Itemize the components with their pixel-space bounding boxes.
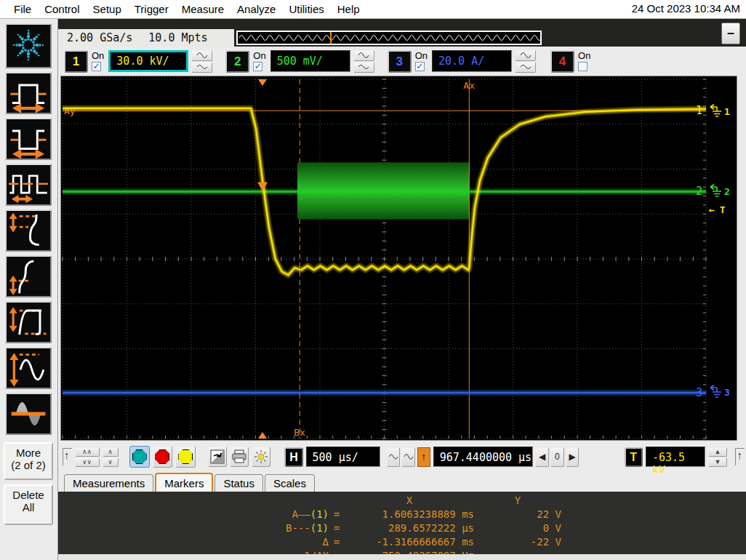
channel-2-button[interactable]: 2: [225, 50, 249, 73]
trigger-level-field[interactable]: -63.5 kV: [646, 447, 705, 467]
measure-fall-time-button[interactable]: [5, 209, 52, 252]
horizontal-fine-button[interactable]: [401, 447, 415, 467]
tab-status[interactable]: Status: [214, 474, 263, 492]
scope-graticule: AxBxAy123: [61, 76, 737, 440]
channel-bar: 1 On ✓ 30.0 kV/ 2 On ✓ 500 mV/ 3 On ✓ 20…: [58, 47, 746, 76]
spin-up-button[interactable]: ∧∧: [75, 447, 100, 457]
more-button[interactable]: More (2 of 2): [4, 442, 53, 480]
svg-text:Bx: Bx: [294, 427, 305, 438]
measure-negative-width-button[interactable]: [5, 118, 52, 160]
logo-button[interactable]: [5, 23, 52, 68]
markers-readout-panel: X Y A——(1) = 1.6063238889 ms 22 V B---(1…: [58, 492, 746, 554]
measure-burst-width-button[interactable]: [5, 164, 52, 206]
menu-trigger[interactable]: Trigger: [128, 1, 175, 17]
svg-text:1: 1: [696, 104, 702, 117]
window-bottom-strip: [58, 554, 746, 560]
delete-all-button[interactable]: Delete All: [4, 484, 53, 525]
channel-3-button[interactable]: 3: [388, 50, 412, 73]
sidebar: More (2 of 2) Delete All: [0, 19, 58, 560]
channel-4-on-checkbox[interactable]: [578, 62, 587, 71]
positive-pulse-width-icon: [7, 73, 50, 113]
position-right-button[interactable]: ▶: [566, 447, 579, 467]
channel-3-coupling-dc-button[interactable]: [515, 62, 536, 73]
spin-down-button[interactable]: ▼: [708, 457, 727, 467]
ground-marker-number: 1: [724, 106, 730, 117]
horizontal-position-field[interactable]: 967.4400000 µs: [433, 447, 534, 467]
measure-positive-width-button[interactable]: [5, 72, 52, 114]
channel-2-coupling-dc-button[interactable]: [353, 62, 374, 73]
trigger-level-marker[interactable]: ← T: [709, 204, 726, 215]
single-button[interactable]: [175, 446, 196, 468]
export-arrow-icon: [210, 449, 225, 464]
run-button[interactable]: [129, 446, 150, 468]
menu-analyze[interactable]: Analyze: [230, 1, 282, 17]
screen-capture-button[interactable]: [208, 447, 227, 467]
channel-2-on-label: On: [253, 51, 265, 60]
horizontal-menu-button[interactable]: H: [284, 447, 302, 467]
channel-3-on-label: On: [415, 51, 428, 60]
menu-bar: File Control Setup Trigger Measure Analy…: [0, 0, 746, 19]
channel-2-on-checkbox[interactable]: ✓: [253, 62, 262, 71]
trigger-level-spinner[interactable]: ▲ ▼: [708, 447, 727, 467]
channel-4-button[interactable]: 4: [550, 50, 574, 73]
vertical-scale-spinner[interactable]: ∧∧ ∨∨: [75, 447, 100, 467]
measure-area-button[interactable]: [5, 393, 52, 435]
channel-1-on-checkbox[interactable]: ✓: [92, 62, 101, 71]
menu-control[interactable]: Control: [38, 1, 86, 17]
vertical-offset-spinner[interactable]: ∧ ∨: [103, 447, 119, 467]
sine-icon: [404, 453, 414, 460]
spin-up-button[interactable]: ▲: [708, 447, 727, 457]
memory-depth: 10.0 Mpts: [148, 31, 207, 44]
stop-button[interactable]: [153, 446, 173, 468]
channel-2-scale-field[interactable]: 500 mV/: [270, 50, 350, 72]
ground-arrow-icon: [707, 184, 723, 199]
left-arrow-icon: ←: [709, 204, 715, 215]
menu-measure[interactable]: Measure: [175, 1, 230, 17]
channel-1-ground-marker[interactable]: 1: [707, 104, 730, 119]
run-octagon-icon: [132, 449, 147, 464]
delete-all-label-2: All: [5, 501, 52, 513]
marker-delta-y: -22 V: [474, 535, 561, 549]
menu-utilities[interactable]: Utilities: [282, 1, 330, 17]
scope-display[interactable]: AxBxAy123 1 2 ← T 3: [60, 76, 737, 441]
position-zero-button[interactable]: 0: [550, 447, 564, 467]
display-brightness-button[interactable]: [252, 447, 270, 467]
rise-time-icon: [7, 257, 50, 296]
spin-down-button[interactable]: ∨∨: [75, 457, 100, 467]
timebase-field[interactable]: 500 µs/: [306, 447, 381, 467]
tab-measurements[interactable]: Measurements: [64, 474, 153, 492]
trigger-menu-button[interactable]: T: [625, 447, 643, 467]
tilde-icon: [358, 63, 369, 71]
channel-1-coupling-dc-button[interactable]: [191, 62, 212, 73]
channel-1-scale-field[interactable]: 30.0 kV/: [108, 50, 188, 72]
channel-4-on-label: On: [578, 51, 590, 60]
menu-file[interactable]: File: [7, 1, 38, 17]
print-button[interactable]: [230, 447, 249, 467]
horizontal-zoom-button[interactable]: [387, 447, 401, 467]
channel-3-scale-field[interactable]: 20.0 A/: [432, 50, 512, 72]
measure-overshoot-button[interactable]: [5, 301, 52, 343]
channel-1-button[interactable]: 1: [64, 50, 88, 73]
channel-2-ground-marker[interactable]: 2: [707, 184, 730, 199]
channel-3-on-checkbox[interactable]: ✓: [415, 62, 425, 71]
waveform-overview-bar[interactable]: [236, 31, 542, 45]
measure-amplitude-button[interactable]: [5, 347, 52, 389]
minimize-button[interactable]: –: [721, 23, 740, 44]
channel-1-coupling-ac-button[interactable]: [191, 50, 212, 61]
trigger-marker-label: T: [720, 204, 726, 215]
trigger-slope-button[interactable]: ↑: [417, 447, 430, 467]
spin-down-button[interactable]: ∨: [103, 457, 119, 467]
delete-all-label-1: Delete: [5, 489, 52, 501]
channel-3-ground-marker[interactable]: 3: [707, 385, 730, 399]
spin-up-button[interactable]: ∧: [103, 447, 119, 457]
ground-marker-number: 2: [724, 186, 730, 197]
menu-setup[interactable]: Setup: [87, 1, 128, 17]
tab-scales[interactable]: Scales: [265, 474, 315, 492]
channel-3-coupling-ac-button[interactable]: [515, 50, 536, 61]
channel-2-coupling-ac-button[interactable]: [353, 50, 374, 61]
tab-markers[interactable]: Markers: [155, 473, 213, 492]
position-left-button[interactable]: ◀: [535, 447, 549, 467]
menu-help[interactable]: Help: [331, 1, 366, 17]
ground-arrow-icon: [707, 104, 723, 119]
measure-rise-time-button[interactable]: [5, 255, 52, 297]
